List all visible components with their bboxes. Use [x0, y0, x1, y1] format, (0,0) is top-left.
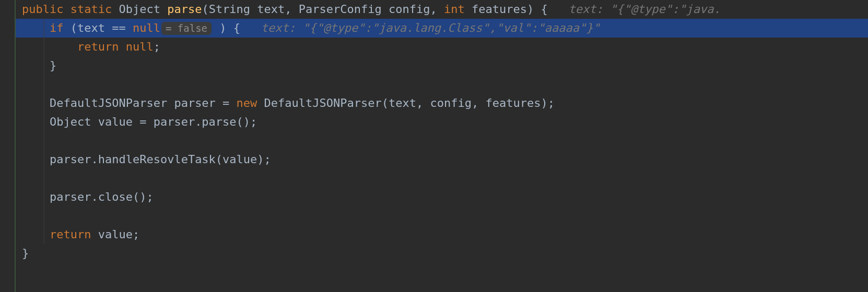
code-token: Object — [119, 3, 167, 16]
gutter — [0, 0, 16, 292]
code-line[interactable]: parser.handleResovleTask(value); — [16, 150, 868, 169]
code-token: ; — [154, 40, 160, 53]
code-token: (text == — [71, 21, 133, 34]
indent-guide — [44, 75, 44, 94]
indent-guide — [44, 206, 44, 225]
code-line[interactable] — [16, 169, 868, 188]
indent-guide — [44, 38, 44, 56]
code-token: return null — [77, 40, 154, 53]
indent-guide — [44, 225, 44, 244]
indent-guide — [44, 131, 44, 150]
indent-guide — [44, 56, 44, 75]
code-line[interactable]: parser.close(); — [16, 188, 868, 206]
code-editor[interactable]: public static Object parse(String text, … — [0, 0, 868, 292]
code-token: DefaultJSONParser parser = — [22, 96, 237, 110]
code-token: return — [50, 228, 98, 241]
code-token: features) { — [472, 3, 568, 16]
code-line[interactable]: if (text == null= false ) { text: "{"@ty… — [16, 19, 868, 38]
indent-guide — [44, 169, 44, 188]
parameter-value-hint: text: "{"@type":"java.lang.Class","val":… — [261, 21, 600, 34]
code-token: } — [22, 59, 56, 72]
code-token — [22, 21, 50, 34]
code-token: if — [50, 21, 71, 34]
code-line[interactable]: } — [16, 244, 868, 263]
code-token: value; — [98, 228, 139, 241]
code-token: int — [444, 3, 472, 16]
code-token: public — [22, 3, 71, 16]
code-line[interactable] — [16, 75, 868, 94]
code-token: parse — [167, 3, 202, 16]
code-token: static — [71, 3, 119, 16]
indent-guide — [44, 94, 44, 113]
code-token: Object value = parser.parse(); — [22, 115, 257, 128]
code-token — [22, 228, 50, 241]
code-token: (String text, ParserConfig config, — [202, 3, 444, 16]
code-area[interactable]: public static Object parse(String text, … — [16, 0, 868, 263]
code-token: ) { — [213, 21, 261, 34]
code-line[interactable]: DefaultJSONParser parser = new DefaultJS… — [16, 94, 868, 113]
parameter-value-hint: text: "{"@type":"java. — [568, 3, 720, 16]
code-token — [22, 40, 77, 53]
inline-evaluation-hint: = false — [161, 22, 212, 35]
indent-guide — [44, 188, 44, 206]
indent-guide — [44, 19, 44, 38]
code-line[interactable]: return null; — [16, 38, 868, 56]
code-token: } — [22, 247, 29, 260]
indent-guide — [44, 150, 44, 169]
code-token: null — [133, 21, 160, 34]
indent-guide — [44, 113, 44, 131]
code-line[interactable] — [16, 131, 868, 150]
code-token: new — [237, 96, 264, 110]
code-line[interactable]: public static Object parse(String text, … — [16, 0, 868, 19]
code-line[interactable]: return value; — [16, 225, 868, 244]
code-token: parser.handleResovleTask(value); — [22, 153, 271, 166]
code-token: DefaultJSONParser(text, config, features… — [264, 96, 555, 110]
code-token: parser.close(); — [22, 190, 154, 203]
code-line[interactable]: Object value = parser.parse(); — [16, 113, 868, 131]
code-line[interactable]: } — [16, 56, 868, 75]
code-line[interactable] — [16, 206, 868, 225]
